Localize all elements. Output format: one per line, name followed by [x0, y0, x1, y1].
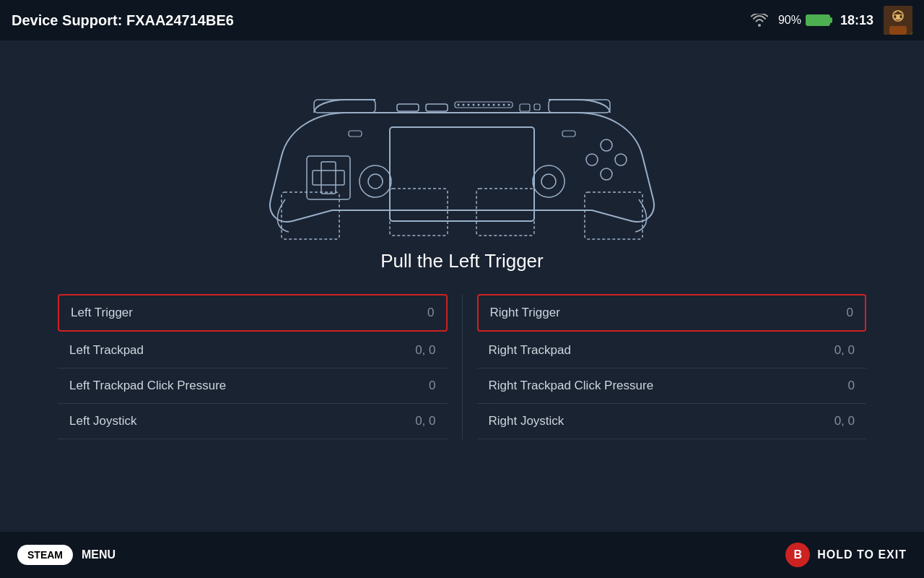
svg-rect-7: [307, 156, 350, 199]
top-bar: Device Support: FXAA24714BE6 90% 18:13: [0, 0, 924, 40]
svg-point-28: [463, 104, 465, 106]
svg-rect-8: [321, 162, 336, 194]
svg-point-32: [483, 104, 485, 106]
svg-point-30: [473, 104, 475, 106]
left-trigger-value: 0: [427, 306, 434, 320]
left-data-column: Left Trigger 0 Left Trackpad 0, 0 Left T…: [43, 294, 463, 439]
svg-point-34: [493, 104, 495, 106]
left-trackpad-row: Left Trackpad 0, 0: [58, 333, 448, 368]
right-trackpad-pressure-row: Right Trackpad Click Pressure 0: [477, 368, 867, 404]
right-data-column: Right Trigger 0 Right Trackpad 0, 0 Righ…: [463, 294, 881, 439]
right-trackpad-value: 0, 0: [834, 343, 855, 358]
hold-exit-label: HOLD TO EXIT: [817, 548, 907, 561]
svg-rect-40: [349, 131, 362, 137]
svg-point-16: [615, 154, 627, 165]
controller-section: Pull the Left Trigger: [0, 40, 924, 272]
svg-point-5: [900, 15, 902, 18]
hold-exit-group: B HOLD TO EXIT: [785, 543, 907, 567]
controller-diagram: [231, 55, 693, 243]
svg-rect-22: [314, 100, 375, 113]
svg-rect-39: [534, 104, 540, 110]
svg-point-35: [498, 104, 500, 106]
right-trigger-value: 0: [847, 306, 853, 320]
wifi-icon: [751, 14, 768, 27]
right-trigger-label: Right Trigger: [490, 306, 560, 320]
device-label: Device Support: FXAA24714BE6: [12, 12, 234, 29]
clock-display: 18:13: [840, 13, 873, 28]
right-joystick-row: Right Joystick 0, 0: [477, 404, 867, 439]
left-trigger-label: Left Trigger: [71, 306, 133, 320]
left-trackpad-pressure-row: Left Trackpad Click Pressure 0: [58, 368, 448, 404]
svg-point-36: [503, 104, 505, 106]
svg-point-17: [601, 168, 612, 180]
left-trackpad-value: 0, 0: [415, 343, 435, 358]
user-avatar[interactable]: [884, 6, 912, 35]
battery-display: 90%: [778, 14, 830, 27]
svg-rect-6: [390, 127, 534, 221]
top-bar-right: 90% 18:13: [751, 6, 912, 35]
left-joystick-label: Left Joystick: [69, 414, 137, 428]
left-trigger-row: Left Trigger 0: [58, 294, 448, 332]
steam-button[interactable]: STEAM: [17, 545, 73, 565]
svg-point-4: [894, 15, 897, 18]
battery-icon: [806, 14, 830, 26]
svg-point-31: [478, 104, 480, 106]
svg-rect-9: [313, 171, 344, 185]
svg-rect-24: [397, 104, 419, 111]
data-section: Left Trigger 0 Left Trackpad 0, 0 Left T…: [0, 294, 924, 439]
svg-point-27: [458, 104, 460, 106]
left-trackpad-label: Left Trackpad: [69, 343, 144, 358]
left-trackpad-pressure-value: 0: [429, 379, 435, 393]
svg-point-29: [468, 104, 470, 106]
svg-rect-20: [476, 189, 534, 236]
b-button[interactable]: B: [785, 543, 810, 567]
right-trackpad-row: Right Trackpad 0, 0: [477, 333, 867, 368]
svg-rect-2: [889, 26, 907, 35]
steam-menu-group: STEAM MENU: [17, 545, 116, 565]
right-trigger-row: Right Trigger 0: [477, 294, 867, 332]
left-joystick-value: 0, 0: [415, 414, 435, 428]
svg-rect-21: [390, 189, 448, 236]
svg-rect-23: [549, 100, 610, 113]
right-joystick-label: Right Joystick: [489, 414, 565, 428]
svg-rect-25: [426, 104, 448, 111]
svg-rect-38: [520, 104, 530, 111]
svg-point-37: [508, 104, 510, 106]
right-joystick-value: 0, 0: [834, 414, 855, 428]
menu-label: MENU: [82, 548, 116, 561]
left-joystick-row: Left Joystick 0, 0: [58, 404, 448, 439]
right-trackpad-label: Right Trackpad: [489, 343, 571, 358]
svg-point-15: [601, 139, 612, 151]
svg-point-11: [368, 174, 383, 189]
battery-percent: 90%: [778, 14, 801, 27]
bottom-bar: STEAM MENU B HOLD TO EXIT: [0, 532, 924, 578]
right-trackpad-pressure-value: 0: [848, 379, 855, 393]
svg-point-14: [586, 154, 598, 165]
right-trackpad-pressure-label: Right Trackpad Click Pressure: [489, 379, 654, 393]
svg-point-10: [359, 165, 391, 197]
svg-rect-41: [562, 131, 575, 137]
svg-point-12: [533, 165, 565, 197]
svg-point-33: [488, 104, 490, 106]
left-trackpad-pressure-label: Left Trackpad Click Pressure: [69, 379, 226, 393]
svg-point-13: [541, 174, 556, 189]
instruction-text: Pull the Left Trigger: [380, 250, 543, 272]
